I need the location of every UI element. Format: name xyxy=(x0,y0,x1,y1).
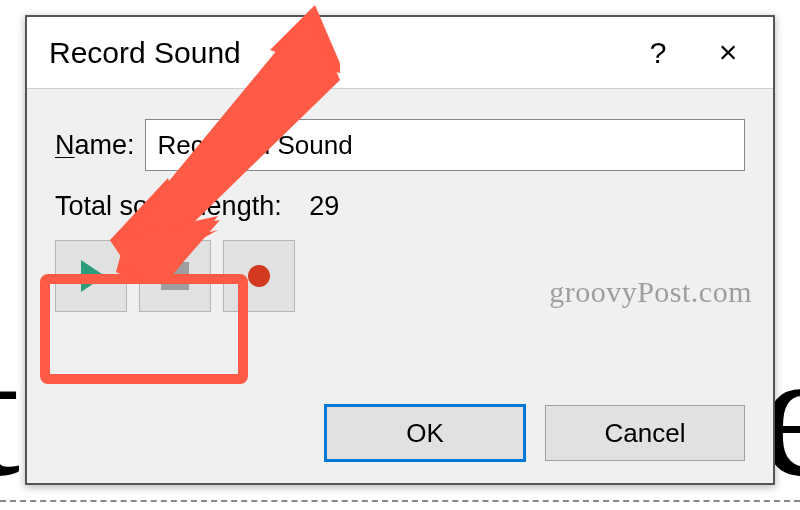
stop-button[interactable] xyxy=(139,240,211,312)
background-letter-left: t xyxy=(0,310,10,510)
dotted-divider xyxy=(0,500,800,502)
length-value: 29 xyxy=(309,191,339,221)
record-button[interactable] xyxy=(223,240,295,312)
name-row: Name: xyxy=(55,119,745,171)
ok-button[interactable]: OK xyxy=(325,405,525,461)
close-button[interactable]: × xyxy=(693,23,763,83)
play-icon xyxy=(81,260,105,292)
play-button[interactable] xyxy=(55,240,127,312)
length-label: Total sound length: xyxy=(55,191,282,221)
cancel-button[interactable]: Cancel xyxy=(545,405,745,461)
close-icon: × xyxy=(719,34,738,71)
help-button[interactable]: ? xyxy=(623,23,693,83)
length-row: Total sound length: 29 xyxy=(55,191,745,222)
name-label: Name: xyxy=(55,130,135,161)
name-input[interactable] xyxy=(145,119,745,171)
dialog-titlebar: Record Sound ? × xyxy=(27,17,773,89)
dialog-button-row: OK Cancel xyxy=(325,405,745,461)
record-sound-dialog: Record Sound ? × Name: Total sound lengt… xyxy=(25,15,775,485)
stop-icon xyxy=(161,262,189,290)
record-icon xyxy=(248,265,270,287)
watermark-text: groovyPost.com xyxy=(549,275,752,309)
dialog-title: Record Sound xyxy=(49,36,623,70)
